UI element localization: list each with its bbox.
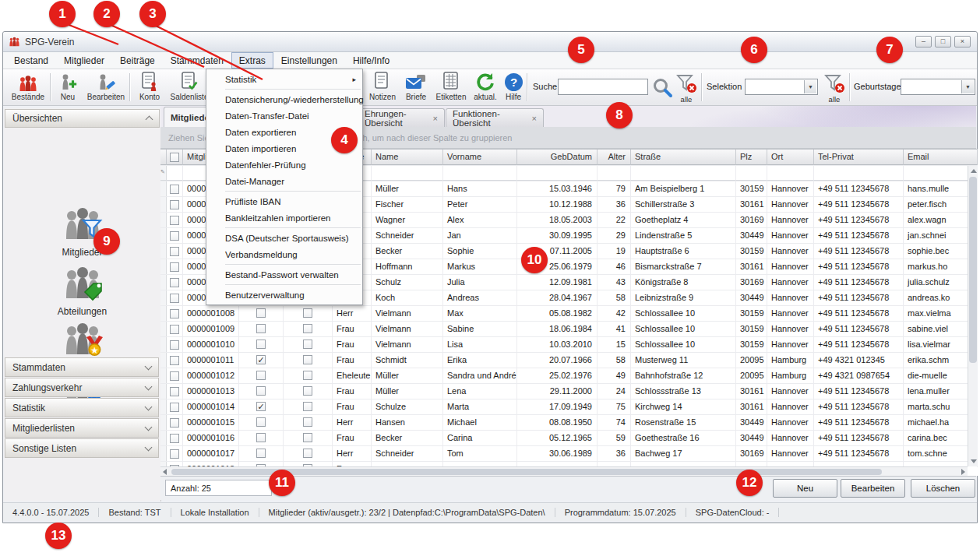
titlebar[interactable]: SPG-Verein –□× — [3, 32, 977, 52]
checkbox[interactable] — [256, 308, 266, 318]
menubar-item-einstellungen[interactable]: Einstellungen — [273, 52, 345, 69]
sidebar-section-uebersichten[interactable]: Übersichten — [5, 109, 160, 128]
row-checkbox[interactable] — [170, 418, 179, 428]
menubar-item-mitglieder[interactable]: Mitglieder — [56, 52, 112, 69]
chevron-down-icon[interactable]: ▼ — [961, 80, 974, 93]
checkbox[interactable] — [303, 417, 312, 427]
search-icon[interactable] — [652, 78, 674, 101]
menubar-item-beitrge[interactable]: Beiträge — [112, 52, 163, 69]
toolbar-button-neu[interactable]: Neu — [53, 71, 83, 104]
selektion-combobox[interactable]: ▼ — [745, 79, 818, 95]
toolbar-button-saldenliste[interactable]: Saldenliste — [167, 71, 211, 104]
chevron-down-icon[interactable]: ▼ — [804, 80, 816, 93]
row-checkbox[interactable] — [170, 325, 179, 334]
sidebar-section-statistik[interactable]: Statistik — [5, 398, 159, 417]
column-header[interactable]: Straße — [631, 150, 736, 165]
geburtstage-combobox[interactable]: ▼ — [901, 79, 975, 95]
close-icon[interactable]: × — [433, 114, 438, 123]
row-checkbox[interactable] — [170, 387, 179, 396]
vertical-scrollbar[interactable] — [968, 166, 978, 466]
row-checkbox[interactable] — [170, 371, 179, 381]
row-checkbox[interactable] — [170, 356, 179, 365]
row-checkbox[interactable] — [170, 434, 179, 443]
tab-ehrungenbersicht[interactable]: Ehrungen-Übersicht× — [358, 108, 445, 127]
toolbar-button-konto[interactable]: Konto — [133, 71, 166, 104]
checkbox[interactable] — [303, 308, 312, 318]
menu-item-benutzerverwaltung[interactable]: Benutzerverwaltung — [206, 287, 362, 303]
minimize-button[interactable]: – — [915, 36, 932, 48]
filter-clear-icon[interactable]: alle — [823, 74, 846, 104]
checkbox[interactable] — [256, 324, 266, 333]
row-checkbox[interactable] — [170, 216, 179, 225]
close-icon[interactable]: × — [532, 114, 537, 123]
menu-item-datensicherungwiederherstellung[interactable]: Datensicherung/-wiederherstellung — [206, 91, 362, 107]
select-all-checkbox[interactable] — [170, 153, 179, 162]
row-checkbox[interactable] — [170, 449, 179, 459]
checkbox[interactable] — [303, 340, 312, 349]
menu-item-dateimanager[interactable]: Datei-Manager — [206, 173, 362, 189]
checkbox[interactable] — [256, 386, 266, 396]
column-header[interactable]: Tel-Privat — [814, 150, 904, 165]
checkbox[interactable] — [303, 355, 312, 364]
menu-item-bankleitzahlenimportieren[interactable]: Bankleitzahlen importieren — [206, 209, 362, 226]
row-checkbox[interactable] — [170, 247, 179, 256]
checkbox[interactable]: ✓ — [256, 402, 266, 411]
checkbox[interactable] — [303, 371, 312, 380]
sidebar-item-abteilungen[interactable]: Abteilungen — [4, 266, 160, 317]
search-input[interactable] — [558, 79, 648, 95]
row-checkbox[interactable] — [170, 200, 179, 209]
toolbar-button-bestnde[interactable]: Bestände — [8, 71, 48, 104]
menubar-item-stammdaten[interactable]: Stammdaten — [163, 52, 231, 69]
menu-item-verbandsmeldung[interactable]: Verbandsmeldung — [206, 246, 362, 262]
checkbox[interactable] — [303, 449, 312, 458]
row-checkbox[interactable] — [170, 185, 179, 194]
footer-button-bearbeiten[interactable]: Bearbeiten — [841, 479, 905, 498]
menubar-item-hilfeinfo[interactable]: Hilfe/Info — [345, 52, 397, 69]
menu-item-datentransferdatei[interactable]: Daten-Transfer-Datei — [206, 107, 362, 124]
tab-funktionenbersicht[interactable]: Funktionen-Übersicht× — [446, 108, 544, 127]
checkbox[interactable] — [256, 449, 266, 458]
toolbar-button-etiketten[interactable]: Etiketten — [433, 71, 469, 104]
row-checkbox[interactable] — [170, 294, 179, 303]
toolbar-button-aktual[interactable]: aktual. — [471, 71, 500, 104]
checkbox[interactable] — [303, 324, 312, 333]
row-checkbox[interactable] — [170, 403, 179, 412]
menu-item-statistik[interactable]: Statistik▸ — [206, 71, 362, 87]
close-button[interactable]: × — [954, 36, 971, 48]
row-checkbox[interactable] — [170, 262, 179, 272]
menubar-item-extras[interactable]: Extras — [231, 52, 273, 69]
column-header[interactable]: GebDatum — [517, 150, 598, 165]
menu-item-dsadeutschersportausweis[interactable]: DSA (Deutscher Sportausweis) — [206, 230, 362, 246]
menu-item-datenfehlerprfung[interactable]: Datenfehler-Prüfung — [206, 157, 362, 173]
footer-button-lschen[interactable]: Löschen — [911, 479, 975, 498]
menu-item-bestandpasswortverwalten[interactable]: Bestand-Passwort verwalten — [206, 266, 362, 283]
column-header[interactable]: Ort — [767, 150, 814, 165]
column-header[interactable]: Alter — [598, 150, 631, 165]
row-checkbox[interactable] — [170, 231, 179, 241]
sidebar-section-zahlungsverkehr[interactable]: Zahlungsverkehr — [5, 378, 159, 397]
menubar-item-bestand[interactable]: Bestand — [6, 52, 56, 69]
checkbox[interactable] — [256, 417, 266, 427]
sidebar-section-stammdaten[interactable]: Stammdaten — [5, 357, 159, 377]
row-checkbox[interactable] — [170, 309, 179, 318]
checkbox[interactable] — [256, 433, 266, 442]
footer-button-neu[interactable]: Neu — [773, 479, 837, 498]
maximize-button[interactable]: □ — [935, 36, 951, 48]
column-header[interactable]: Vorname — [443, 150, 517, 165]
checkbox[interactable] — [303, 386, 312, 396]
checkbox[interactable] — [303, 402, 312, 411]
sidebar-section-sonstigelisten[interactable]: Sonstige Listen — [5, 438, 159, 458]
sidebar-item-mitglieder[interactable]: Mitglieder — [4, 206, 160, 258]
toolbar-button-hilfe[interactable]: ?Hilfe — [500, 71, 527, 104]
checkbox[interactable] — [256, 371, 266, 380]
filter-clear-icon[interactable]: alle — [675, 74, 698, 104]
checkbox[interactable] — [256, 340, 266, 349]
menu-item-prflisteiban[interactable]: Prüfliste IBAN — [206, 193, 362, 209]
checkbox[interactable] — [303, 433, 312, 442]
checkbox[interactable]: ✓ — [256, 355, 266, 364]
row-checkbox[interactable] — [170, 278, 179, 287]
row-checkbox[interactable] — [170, 340, 179, 350]
toolbar-button-notizen[interactable]: Notizen — [366, 71, 399, 104]
column-header[interactable]: Plz — [736, 150, 767, 165]
toolbar-button-briefe[interactable]: Briefe — [400, 71, 432, 104]
